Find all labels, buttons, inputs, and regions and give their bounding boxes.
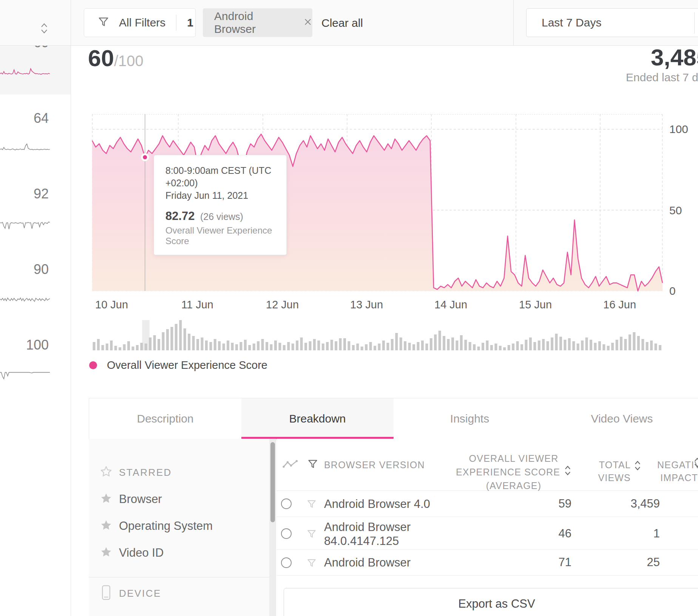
- score-headline: 60/100: [88, 45, 144, 71]
- sparkline-chart: [0, 140, 50, 156]
- header-line: TOTAL: [599, 460, 631, 470]
- sparkline-chart: [0, 64, 50, 81]
- dimension-item-video-id[interactable]: Video ID: [89, 542, 269, 564]
- scrollbar-thumb[interactable]: [270, 442, 275, 522]
- metric-tile-3[interactable]: 92: [0, 170, 71, 246]
- tab-breakdown-label: Breakdown: [289, 412, 346, 425]
- dimension-group-label: DEVICE: [119, 588, 161, 599]
- total-views-count: 3,485: [651, 44, 698, 71]
- hover-point-marker: [142, 154, 148, 160]
- metric-value: 92: [34, 186, 49, 202]
- breakdown-dimension-panel: STARRED Browser Operating System Video I…: [89, 439, 269, 616]
- row-filter-funnel-icon[interactable]: [307, 529, 317, 540]
- top-filter-bar: All Filters 1 Android Browser Clear all …: [0, 0, 698, 46]
- table-row[interactable]: Android Browser 71 25: [276, 550, 698, 576]
- filter-chip-label: Android Browser: [214, 10, 295, 36]
- dimension-item-label: Browser: [119, 492, 162, 506]
- clear-all-filters-button[interactable]: Clear all: [321, 0, 363, 46]
- chart-legend: Overall Viewer Experience Score: [89, 359, 267, 371]
- row-browser-version: Android Browser 4.0: [324, 497, 449, 511]
- views-caption: Ended last 7 days: [626, 71, 698, 84]
- metric-tile-2[interactable]: 64: [0, 94, 71, 170]
- row-filter-funnel-icon[interactable]: [307, 499, 317, 511]
- legend-dot-icon: [89, 361, 97, 369]
- row-select-radio[interactable]: [281, 498, 292, 509]
- metric-rail: 60 64 92 90 100: [0, 0, 71, 616]
- date-range-label: Last 7 Days: [542, 16, 601, 29]
- row-score: 59: [521, 497, 571, 511]
- score-value: 60: [88, 45, 114, 71]
- row-filter-funnel-icon[interactable]: [307, 558, 317, 570]
- star-filled-icon: [99, 492, 114, 507]
- analytics-dashboard: 60 64 92 90 100 60/100 3,485 Ended last …: [0, 0, 698, 616]
- panel-scrollbar[interactable]: [269, 439, 276, 616]
- dimension-group-label: STARRED: [119, 467, 172, 478]
- table-header-row: BROWSER VERSION OVERALL VIEWER EXPERIENC…: [276, 439, 698, 491]
- x-tick-label: 11 Jun: [181, 299, 213, 311]
- tab-insights[interactable]: Insights: [394, 398, 546, 439]
- sparkline-chart: [0, 367, 50, 383]
- row-select-radio[interactable]: [281, 557, 292, 568]
- column-header-score[interactable]: OVERALL VIEWER EXPERIENCE SCORE (AVERAGE…: [446, 452, 582, 492]
- tooltip-value: 82.72: [165, 209, 195, 223]
- date-range-select[interactable]: Last 7 Days: [526, 8, 698, 37]
- column-header-browser-version[interactable]: BROWSER VERSION: [324, 458, 425, 471]
- all-filters-button[interactable]: All Filters 1: [84, 8, 196, 37]
- x-tick-label: 13 Jun: [350, 299, 383, 311]
- header-line: (AVERAGE): [486, 479, 541, 492]
- row-browser-version: Android Browser: [324, 556, 449, 570]
- filter-chip-android-browser[interactable]: Android Browser: [203, 8, 312, 37]
- tab-breakdown[interactable]: Breakdown: [241, 398, 394, 439]
- tab-video-views[interactable]: Video Views: [546, 398, 698, 439]
- header-line: NEGATIVE: [657, 460, 698, 470]
- dimension-item-operating-system[interactable]: Operating System: [89, 515, 269, 537]
- dimension-item-label: Operating System: [119, 519, 213, 533]
- export-csv-button[interactable]: Export as CSV: [284, 588, 698, 616]
- y-tick-label: 100: [669, 123, 688, 136]
- tab-description[interactable]: Description: [89, 398, 241, 439]
- row-browser-version: Android Browser 84.0.4147.125: [324, 520, 437, 548]
- header-line: EXPERIENCE SCORE: [456, 466, 560, 478]
- sort-carets-icon[interactable]: [564, 465, 571, 479]
- x-tick-label: 16 Jun: [603, 299, 636, 311]
- x-tick-label: 12 Jun: [266, 299, 299, 311]
- star-filled-icon: [99, 545, 114, 560]
- metric-sort-toggle[interactable]: [39, 22, 49, 36]
- row-total-views: 1: [604, 527, 660, 540]
- metric-tile-4[interactable]: 90: [0, 246, 71, 321]
- header-line: OVERALL VIEWER: [469, 452, 559, 465]
- dimension-group-device[interactable]: DEVICE: [89, 582, 269, 605]
- x-tick-label: 15 Jun: [519, 299, 552, 311]
- dimension-group-starred[interactable]: STARRED: [89, 461, 269, 484]
- row-total-views: 25: [604, 556, 660, 569]
- detail-tabs: Description Breakdown Insights Video Vie…: [89, 398, 698, 439]
- column-header-total-views[interactable]: TOTAL VIEWS: [589, 458, 631, 484]
- metric-value: 90: [34, 262, 49, 277]
- sparkline-chart: [0, 215, 50, 232]
- sort-carets-icon[interactable]: [634, 460, 641, 473]
- table-row[interactable]: Android Browser 84.0.4147.125 46 1: [276, 517, 698, 550]
- sort-carets-icon[interactable]: [693, 457, 698, 470]
- table-row[interactable]: Android Browser 4.0 59 3,459: [276, 491, 698, 517]
- row-select-radio[interactable]: [281, 528, 292, 539]
- y-tick-label: 50: [669, 204, 682, 217]
- metric-rail-header: [0, 0, 71, 45]
- filter-funnel-icon[interactable]: [307, 459, 318, 471]
- dimension-item-browser[interactable]: Browser: [89, 488, 269, 511]
- trend-toggle-icon[interactable]: [283, 459, 298, 472]
- header-line: IMPACT: [660, 472, 698, 483]
- tooltip-metric-name: Overall Viewer Experience Score: [165, 225, 275, 246]
- column-header-negative-impact[interactable]: NEGATIVE IMPACT: [657, 458, 698, 484]
- x-tick-label: 14 Jun: [434, 299, 467, 311]
- topbar-divider: [513, 0, 514, 45]
- dimension-item-label: Video ID: [119, 546, 164, 560]
- view-volume-histogram[interactable]: [92, 319, 662, 350]
- legend-label: Overall Viewer Experience Score: [107, 359, 267, 371]
- remove-filter-icon[interactable]: [303, 17, 312, 28]
- metric-tile-5[interactable]: 100: [0, 321, 71, 397]
- y-tick-label: 0: [669, 285, 676, 297]
- row-score: 46: [521, 527, 571, 540]
- select-divider: [694, 12, 695, 34]
- sparkline-chart: [0, 291, 50, 308]
- row-score: 71: [521, 556, 571, 569]
